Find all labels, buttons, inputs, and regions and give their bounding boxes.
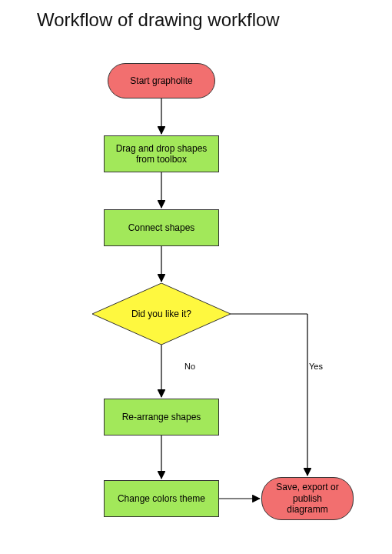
node-start-label: Start grapholite (130, 75, 192, 86)
node-end-label: Save, export orpublishdiagramm (276, 482, 338, 515)
node-rearrange-label: Re-arrange shapes (122, 412, 201, 422)
node-end: Save, export orpublishdiagramm (261, 477, 354, 520)
edge-label-no: No (184, 362, 195, 371)
node-theme-label: Change colors theme (118, 493, 205, 504)
edge-label-yes: Yes (309, 362, 323, 371)
diagram-title: Workflow of drawing workflow (37, 9, 280, 31)
node-drag-label: Drag and drop shapesfrom toolbox (116, 143, 208, 165)
node-connect-label: Connect shapes (128, 222, 195, 233)
node-theme: Change colors theme (104, 480, 219, 517)
node-start: Start grapholite (108, 63, 215, 98)
node-connect: Connect shapes (104, 209, 219, 246)
svg-marker-0 (92, 283, 231, 345)
node-decision: Did you like it? (92, 283, 231, 345)
node-rearrange: Re-arrange shapes (104, 399, 219, 436)
node-drag: Drag and drop shapesfrom toolbox (104, 135, 219, 172)
